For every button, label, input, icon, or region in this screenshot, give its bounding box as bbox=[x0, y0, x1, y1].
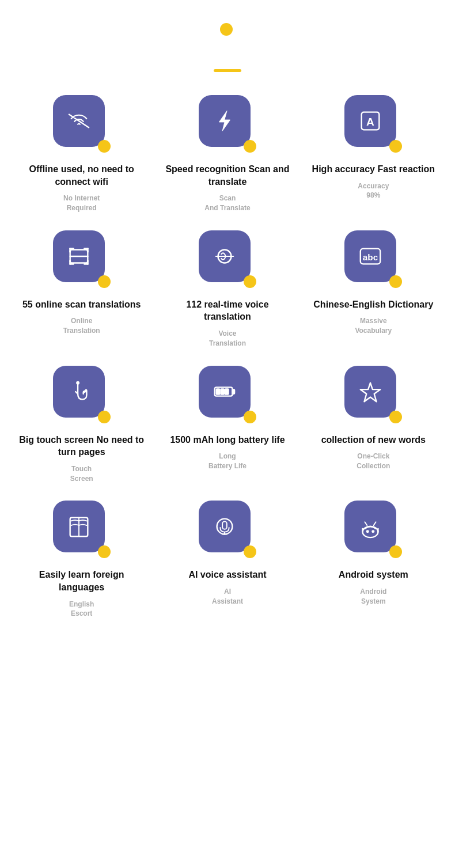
icon-badge-accuracy bbox=[389, 140, 402, 153]
feature-sub-voice-translation: VoiceTranslation bbox=[209, 329, 246, 348]
feature-title-touch-screen: Big touch screen No need to turn pages bbox=[16, 434, 147, 458]
feature-sub-speed-recognition: ScanAnd Translate bbox=[204, 194, 250, 213]
icon-wrap-offline bbox=[53, 95, 111, 153]
svg-point-17 bbox=[77, 381, 79, 384]
icon-wrap-dictionary: abc bbox=[344, 230, 402, 288]
icon-bg-languages bbox=[53, 501, 105, 552]
feature-title-languages: Easily learn foreign languages bbox=[16, 568, 147, 593]
icon-wrap-touch-screen bbox=[53, 366, 111, 423]
icon-wrap-accuracy: A bbox=[344, 95, 402, 153]
icon-badge-speed-recognition bbox=[244, 140, 256, 153]
header bbox=[12, 23, 443, 72]
icon-badge-voice-translation bbox=[244, 275, 256, 288]
icon-bg-accuracy: A bbox=[344, 95, 396, 147]
feature-title-offline: Offline used, no need to connect wifi bbox=[16, 163, 147, 188]
feature-sub-android: AndroidSystem bbox=[360, 587, 386, 607]
feature-sub-accuracy: Accuracy98% bbox=[358, 181, 389, 201]
feature-title-scan-translations: 55 online scan translations bbox=[22, 298, 141, 311]
icon-bg-speed-recognition bbox=[199, 95, 251, 147]
feature-title-voice-translation: 112 real-time voice translation bbox=[162, 298, 293, 323]
feature-title-accuracy: High accuracy Fast reaction bbox=[312, 163, 435, 176]
feature-title-ai-voice: AI voice assistant bbox=[188, 568, 266, 581]
feature-cell-voice-translation: 112 real-time voice translation VoiceTra… bbox=[157, 230, 297, 348]
svg-text:abc: abc bbox=[363, 252, 378, 261]
icon-bg-scan-translations bbox=[53, 230, 105, 282]
icon-wrap-scan-translations bbox=[53, 230, 111, 288]
icon-badge-languages bbox=[98, 545, 111, 558]
feature-sub-battery: LongBattery Life bbox=[208, 452, 247, 471]
feature-sub-offline: No InternetRequired bbox=[63, 194, 100, 213]
feature-sub-collection: One-clickCollection bbox=[357, 452, 390, 471]
icon-badge-touch-screen bbox=[98, 411, 111, 423]
icon-wrap-voice-translation bbox=[199, 230, 256, 288]
icon-wrap-ai-voice bbox=[199, 501, 256, 558]
page-title bbox=[222, 23, 233, 59]
svg-rect-21 bbox=[221, 389, 224, 395]
svg-text:A: A bbox=[366, 116, 374, 128]
svg-line-33 bbox=[365, 522, 367, 526]
icon-wrap-collection bbox=[344, 366, 402, 423]
icon-bg-battery bbox=[199, 366, 251, 418]
icon-bg-offline bbox=[53, 95, 105, 147]
feature-title-collection: collection of new words bbox=[321, 434, 426, 446]
icon-bg-ai-voice bbox=[199, 501, 251, 552]
title-dot-decoration bbox=[220, 23, 233, 36]
icon-bg-voice-translation bbox=[199, 230, 251, 282]
icon-bg-android bbox=[344, 501, 396, 552]
feature-cell-languages: Easily learn foreign languages EnglishEs… bbox=[12, 501, 151, 619]
feature-cell-touch-screen: Big touch screen No need to turn pages T… bbox=[12, 366, 151, 484]
feature-title-android: Android system bbox=[339, 568, 408, 581]
page: Offline used, no need to connect wifi No… bbox=[0, 0, 455, 653]
svg-rect-20 bbox=[217, 389, 220, 395]
feature-cell-dictionary: abc Chinese-English Dictionary MassiveVo… bbox=[304, 230, 443, 348]
icon-wrap-android bbox=[344, 501, 402, 558]
icon-bg-collection bbox=[344, 366, 396, 418]
svg-marker-23 bbox=[361, 382, 381, 401]
icon-badge-battery bbox=[244, 411, 256, 423]
svg-rect-22 bbox=[225, 389, 229, 395]
feature-sub-dictionary: MassiveVocabulary bbox=[355, 316, 392, 336]
feature-sub-ai-voice: AIAssistant bbox=[212, 587, 243, 607]
svg-rect-19 bbox=[232, 389, 234, 394]
feature-cell-speed-recognition: Speed recognition Scan and translate Sca… bbox=[157, 95, 297, 213]
svg-point-32 bbox=[373, 531, 374, 533]
features-grid: Offline used, no need to connect wifi No… bbox=[12, 95, 443, 619]
feature-cell-accuracy: A High accuracy Fast reaction Accuracy98… bbox=[304, 95, 443, 213]
icon-wrap-languages bbox=[53, 501, 111, 558]
svg-line-34 bbox=[374, 522, 376, 526]
feature-title-speed-recognition: Speed recognition Scan and translate bbox=[162, 163, 293, 188]
svg-marker-0 bbox=[219, 111, 230, 131]
svg-rect-27 bbox=[222, 522, 227, 529]
feature-cell-collection: collection of new words One-clickCollect… bbox=[304, 366, 443, 484]
feature-cell-ai-voice: AI voice assistant AIAssistant bbox=[157, 501, 297, 619]
svg-point-31 bbox=[367, 531, 369, 533]
feature-sub-languages: EnglishEscort bbox=[69, 600, 94, 619]
feature-cell-scan-translations: 55 online scan translations OnlineTransl… bbox=[12, 230, 151, 348]
feature-sub-scan-translations: OnlineTranslation bbox=[63, 316, 100, 336]
icon-wrap-battery bbox=[199, 366, 256, 423]
feature-cell-battery: 1500 mAh long battery life LongBattery L… bbox=[157, 366, 297, 484]
icon-bg-touch-screen bbox=[53, 366, 105, 418]
feature-title-dictionary: Chinese-English Dictionary bbox=[313, 298, 433, 311]
icon-badge-scan-translations bbox=[98, 275, 111, 288]
feature-cell-offline: Offline used, no need to connect wifi No… bbox=[12, 95, 151, 213]
feature-sub-touch-screen: TouchScreen bbox=[70, 464, 93, 484]
icon-badge-android bbox=[389, 545, 402, 558]
icon-badge-dictionary bbox=[389, 275, 402, 288]
icon-badge-offline bbox=[98, 140, 111, 153]
icon-wrap-speed-recognition bbox=[199, 95, 256, 153]
icon-badge-collection bbox=[389, 411, 402, 423]
icon-badge-ai-voice bbox=[244, 545, 256, 558]
icon-bg-dictionary: abc bbox=[344, 230, 396, 282]
feature-cell-android: Android system AndroidSystem bbox=[304, 501, 443, 619]
feature-title-battery: 1500 mAh long battery life bbox=[170, 434, 285, 446]
title-divider bbox=[214, 69, 241, 72]
